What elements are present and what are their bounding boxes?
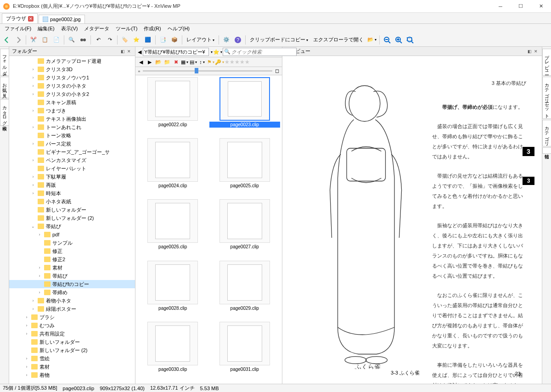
- key-icon[interactable]: 🔑▾: [216, 58, 223, 66]
- tree-item[interactable]: ›緑陽ポスター: [9, 305, 135, 313]
- tab-browser[interactable]: ブラウザ ✕: [2, 13, 38, 23]
- tree-item[interactable]: ›クリスタの小ネタ2: [9, 90, 135, 98]
- tree-item[interactable]: ›クリスタ3D: [9, 65, 135, 73]
- tree-item[interactable]: ›ペンカスタマイズ: [9, 156, 135, 164]
- tree-item[interactable]: ›着物: [9, 371, 135, 379]
- sort-icon[interactable]: ↕▾: [198, 58, 206, 66]
- tree-item[interactable]: レイヤーパレット: [9, 164, 135, 173]
- open-folder-icon[interactable]: 📂: [155, 58, 162, 66]
- tree-item[interactable]: カメラアップロード退避: [9, 57, 135, 65]
- rotate-left-icon[interactable]: ↶: [93, 35, 103, 45]
- thumbnail-item[interactable]: page0026.clip: [137, 199, 208, 259]
- tree-item[interactable]: サンプル: [9, 239, 135, 247]
- layout-dropdown[interactable]: レイアウト▾: [185, 36, 216, 43]
- minimize-button[interactable]: ─: [490, 0, 511, 13]
- tree-item[interactable]: 小ネタ表紙: [9, 197, 135, 206]
- settings-icon[interactable]: ⚙️: [221, 35, 231, 45]
- tree-item[interactable]: ›ブラシ: [9, 313, 135, 321]
- thumb-size-slider[interactable]: ▫ ◻: [135, 67, 282, 75]
- tree-item[interactable]: スキャン原稿: [9, 98, 135, 106]
- nav-back-icon[interactable]: ◀: [137, 48, 142, 56]
- side-tab-info[interactable]: 情報: [542, 147, 551, 154]
- panel-close-icon[interactable]: ✕: [126, 48, 132, 55]
- tree-item[interactable]: ›時短本: [9, 189, 135, 197]
- tree-item[interactable]: ›雪絵: [9, 354, 135, 363]
- binoculars-icon[interactable]: [78, 35, 88, 45]
- back-icon[interactable]: [2, 35, 12, 45]
- tree-item[interactable]: ›下駄草履: [9, 173, 135, 181]
- zoom-out-icon[interactable]: [382, 35, 392, 45]
- side-tab-folder[interactable]: フォルダー: [0, 49, 9, 76]
- forward-icon[interactable]: [13, 35, 23, 45]
- zoom-in-icon[interactable]: [394, 35, 404, 45]
- favorite-icon[interactable]: ⭐▾: [214, 48, 222, 56]
- tree-item[interactable]: ›共有用設定: [9, 330, 135, 338]
- path-input[interactable]: [143, 48, 209, 56]
- panel-close-icon[interactable]: ✕: [533, 48, 539, 55]
- nav-prev-icon[interactable]: ◀: [137, 58, 145, 66]
- menu-help[interactable]: ヘルプ(H): [165, 24, 192, 33]
- tree-item[interactable]: 修正2: [9, 255, 135, 263]
- side-tab-favorites[interactable]: お気に入り: [0, 77, 9, 98]
- thumbnail-grid[interactable]: page0022.clippage0023.clippage0024.clipp…: [135, 75, 282, 384]
- tree-item[interactable]: ›帯締め: [9, 288, 135, 297]
- tree-item[interactable]: ›素材: [9, 363, 135, 371]
- search-icon[interactable]: 🔍: [67, 35, 77, 45]
- tree-item[interactable]: ›pdf: [9, 230, 135, 239]
- thumbnail-item[interactable]: page0023.clip: [209, 77, 281, 137]
- open-explorer-button[interactable]: エクスプローラで開く: [311, 36, 365, 43]
- view-mode-icon[interactable]: ▤▾: [190, 58, 197, 66]
- tree-item[interactable]: テキスト画像抽出: [9, 115, 135, 123]
- convert-icon[interactable]: 📑: [158, 35, 168, 45]
- nav-next-icon[interactable]: ▶: [146, 58, 153, 66]
- tree-item[interactable]: ›クリスタの小ネタ: [9, 82, 135, 90]
- tree-item[interactable]: ›クリスタノウハウ1: [9, 73, 135, 82]
- folder-tree[interactable]: カメラアップロード退避›クリスタ3D›クリスタノウハウ1›クリスタの小ネタ›クリ…: [9, 56, 135, 384]
- close-icon[interactable]: ✕: [28, 16, 34, 22]
- batch-icon[interactable]: 📦: [169, 35, 180, 45]
- thumbnail-item[interactable]: page0028.clip: [137, 261, 208, 321]
- tree-item[interactable]: ›むつみ: [9, 321, 135, 330]
- quick-search-input[interactable]: [223, 48, 297, 56]
- thumbnail-item[interactable]: page0031.clip: [209, 322, 281, 382]
- tree-item[interactable]: 新しいフォルダー (2): [9, 346, 135, 354]
- panel-float-icon[interactable]: ◧: [526, 48, 533, 55]
- tree-item[interactable]: ビギナーズ_ア_ゴーゴー_サ: [9, 148, 135, 156]
- color-label-icon[interactable]: 🟦: [143, 35, 153, 45]
- tag-icon[interactable]: 🏷️: [120, 35, 130, 45]
- new-folder-icon[interactable]: 📁: [163, 58, 171, 66]
- rating-icon[interactable]: ⭐: [131, 35, 141, 45]
- tree-item[interactable]: ›再販: [9, 181, 135, 189]
- thumbnail-item[interactable]: page0025.clip: [209, 138, 281, 198]
- copy-icon[interactable]: 📋: [40, 35, 50, 45]
- tree-item[interactable]: ›帯結び: [9, 272, 135, 280]
- tree-item[interactable]: ›素材: [9, 263, 135, 272]
- thumbnail-item[interactable]: page0022.clip: [137, 77, 208, 137]
- menu-edit[interactable]: 編集(E): [35, 24, 57, 33]
- tree-item[interactable]: 新しいフォルダー: [9, 206, 135, 214]
- side-tab-category[interactable]: カテゴリ: [542, 120, 551, 146]
- maximize-button[interactable]: ☐: [511, 0, 531, 13]
- tree-item[interactable]: ›着物小ネタ: [9, 297, 135, 305]
- rating-stars[interactable]: ★★★★★: [225, 59, 250, 65]
- path-dropdown-icon[interactable]: ▾: [211, 50, 213, 54]
- tree-item[interactable]: 帯結びfのコピー: [9, 280, 135, 288]
- tree-item[interactable]: 修正: [9, 247, 135, 255]
- thumbnail-item[interactable]: page0027.clip: [209, 199, 281, 259]
- tab-file[interactable]: page0002.jpg: [39, 15, 85, 23]
- tree-item[interactable]: 新しいフォルダー: [9, 338, 135, 346]
- tree-item[interactable]: ›パース定規: [9, 140, 135, 148]
- side-tab-category-set[interactable]: カテゴリーセット: [542, 77, 551, 119]
- thumbnail-item[interactable]: page0029.clip: [209, 261, 281, 321]
- panel-float-icon[interactable]: ◧: [119, 48, 126, 55]
- slider-thumb[interactable]: [195, 68, 198, 73]
- menu-create[interactable]: 作成(R): [141, 24, 163, 33]
- help-icon[interactable]: ?: [233, 35, 243, 45]
- explorer-icon[interactable]: 📂▾: [367, 35, 377, 45]
- paste-icon[interactable]: 📄: [51, 35, 62, 45]
- filter-icon[interactable]: ⚑▾: [207, 58, 214, 66]
- menu-metadata[interactable]: メタデータ: [81, 24, 112, 33]
- select-icon[interactable]: ▦▾: [181, 58, 188, 66]
- side-tab-catalog[interactable]: カタログ検索: [0, 99, 9, 126]
- preview-body[interactable]: ふくら雀 3 基本の帯結び 帯揚げ、帯締めが必須になります。 盛装の場合は正面で…: [282, 56, 542, 384]
